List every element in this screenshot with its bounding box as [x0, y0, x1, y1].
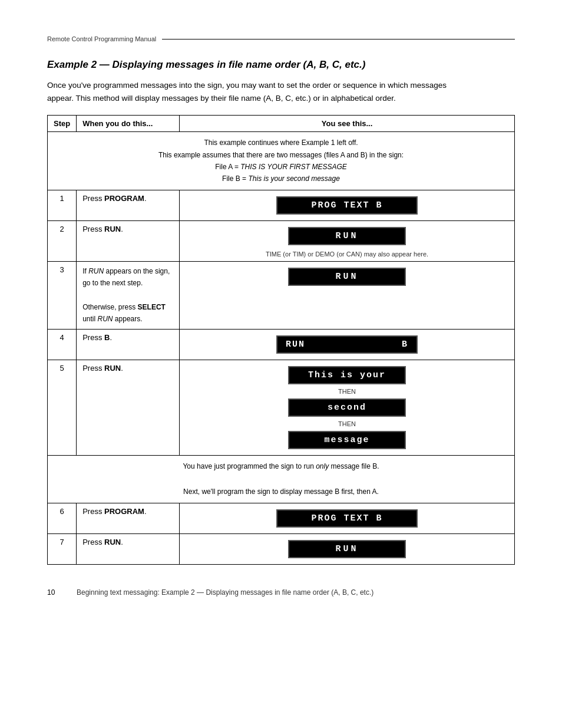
led-run-3: RUN	[288, 268, 406, 286]
bottom-note-line1: You have just programmed the sign to run…	[183, 462, 379, 470]
note-line3: File A = THIS IS YOUR FIRST MESSAGE	[215, 163, 347, 171]
led-message: message	[288, 431, 406, 449]
note-line2: This example assumes that there are two …	[158, 151, 404, 159]
step-7-action: Press RUN.	[77, 534, 180, 565]
led-run-b: RUN B	[276, 335, 418, 354]
led-run-b-run: RUN	[286, 340, 305, 350]
time-note: TIME (or TIM) or DEMO (or CAN) may also …	[186, 251, 508, 258]
step-6-num: 6	[48, 503, 77, 534]
step-7-visual: RUN	[180, 534, 515, 565]
intro-text: Once you've programmed messages into the…	[47, 79, 471, 104]
header-rule	[162, 39, 515, 39]
step-3-action: If RUN appears on the sign,go to the nex…	[77, 261, 180, 329]
table-row: 3 If RUN appears on the sign,go to the n…	[48, 261, 515, 329]
header-label: Remote Control Programming Manual	[47, 35, 156, 42]
led-run-2: RUN	[288, 227, 406, 245]
step-5-num: 5	[48, 360, 77, 455]
note-line3-value: THIS IS YOUR FIRST MESSAGE	[240, 163, 346, 171]
note-row: This example continues where Example 1 l…	[48, 132, 515, 190]
step-3-num: 3	[48, 261, 77, 329]
led-run-b-b: B	[402, 340, 408, 350]
col-see: You see this...	[180, 116, 515, 132]
note-line4-value: This is your second message	[248, 174, 339, 183]
table-row: 1 Press PROGRAM. PROG TEXT B	[48, 190, 515, 220]
bottom-note-cell: You have just programmed the sign to run…	[48, 455, 515, 503]
step-6-visual: PROG TEXT B	[180, 503, 515, 534]
page-footer: 10 Beginning text messaging: Example 2 —…	[47, 588, 515, 597]
led-prog-text-b-1: PROG TEXT B	[276, 196, 418, 215]
note-cell: This example continues where Example 1 l…	[48, 132, 515, 190]
section-title: Example 2 — Displaying messages in file …	[47, 59, 515, 71]
step-5-visual: This is your THEN second THEN message	[180, 360, 515, 455]
bottom-note-row: You have just programmed the sign to run…	[48, 455, 515, 503]
col-when: When you do this...	[77, 116, 180, 132]
step-4-num: 4	[48, 329, 77, 360]
step-7-num: 7	[48, 534, 77, 565]
footer-text: Beginning text messaging: Example 2 — Di…	[77, 588, 373, 597]
led-this-is-your: This is your	[288, 366, 406, 384]
step-1-action: Press PROGRAM.	[77, 190, 180, 220]
table-row: 4 Press B. RUN B	[48, 329, 515, 360]
footer-page-number: 10	[47, 588, 65, 597]
then-label-1: THEN	[186, 388, 508, 395]
step-4-visual: RUN B	[180, 329, 515, 360]
table-row: 2 Press RUN. RUN TIME (or TIM) or DEMO (…	[48, 220, 515, 261]
table-row: 7 Press RUN. RUN	[48, 534, 515, 565]
step-5-action: Press RUN.	[77, 360, 180, 455]
led-prog-text-b-6: PROG TEXT B	[276, 509, 418, 528]
then-label-2: THEN	[186, 420, 508, 427]
step-3-visual: RUN	[180, 261, 515, 329]
step-6-action: Press PROGRAM.	[77, 503, 180, 534]
page-header: Remote Control Programming Manual	[47, 35, 515, 42]
step-4-action: Press B.	[77, 329, 180, 360]
table-row: 6 Press PROGRAM. PROG TEXT B	[48, 503, 515, 534]
note-line3-label: File A =	[215, 163, 240, 171]
led-second: second	[288, 398, 406, 417]
col-step: Step	[48, 116, 77, 132]
step-2-action: Press RUN.	[77, 220, 180, 261]
step-1-num: 1	[48, 190, 77, 220]
led-run-7: RUN	[288, 540, 406, 558]
bottom-note-line2: Next, we'll program the sign to display …	[183, 487, 379, 496]
step-2-num: 2	[48, 220, 77, 261]
step-1-visual: PROG TEXT B	[180, 190, 515, 220]
table-row: 5 Press RUN. This is your THEN second TH…	[48, 360, 515, 455]
note-line1: This example continues where Example 1 l…	[204, 139, 358, 147]
main-table: Step When you do this... You see this...…	[47, 115, 515, 565]
step-2-visual: RUN TIME (or TIM) or DEMO (or CAN) may a…	[180, 220, 515, 261]
note-line4-label: File B =	[222, 174, 248, 183]
note-line4: File B = This is your second message	[222, 174, 340, 183]
